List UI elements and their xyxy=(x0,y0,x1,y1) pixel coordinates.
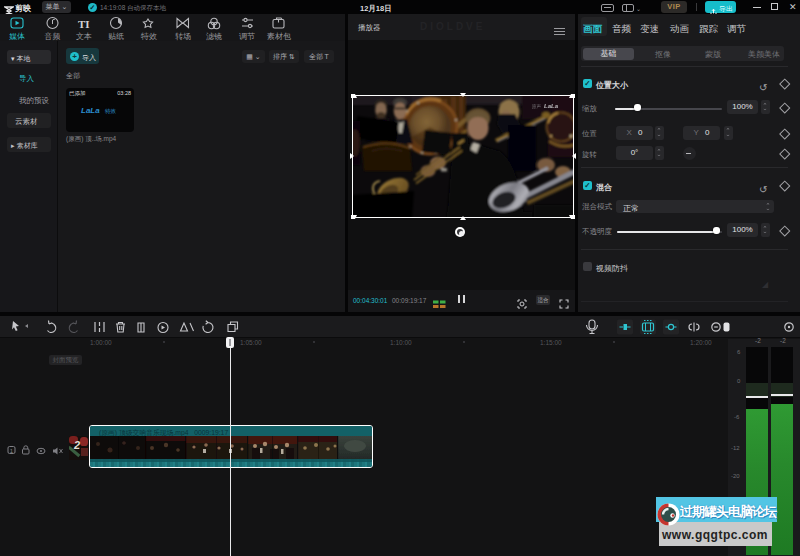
svg-text:贴纸: 贴纸 xyxy=(108,32,124,41)
svg-text:滤镜: 滤镜 xyxy=(206,32,222,41)
svg-text:素材包: 素材包 xyxy=(267,32,291,41)
svg-text:媒体: 媒体 xyxy=(9,32,25,41)
svg-text:文本: 文本 xyxy=(76,32,92,41)
svg-text:调节: 调节 xyxy=(239,32,255,41)
svg-text:1: 1 xyxy=(10,448,14,454)
svg-text:音频: 音频 xyxy=(44,32,61,41)
svg-text:TI: TI xyxy=(78,18,90,30)
svg-text:特效: 特效 xyxy=(140,32,157,41)
svg-text:转场: 转场 xyxy=(175,32,191,41)
